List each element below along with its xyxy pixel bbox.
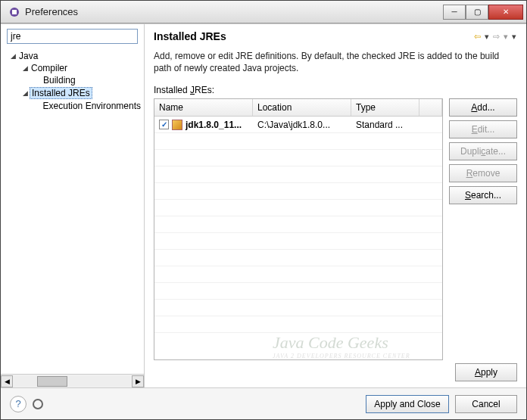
tree-item-execution-environments[interactable]: ◢Execution Environments — [2, 100, 142, 112]
cancel-button[interactable]: Cancel — [455, 395, 517, 413]
side-buttons: Add... Edit... Duplicate... Remove Searc… — [449, 98, 517, 360]
svg-rect-1 — [12, 10, 17, 14]
search-wrap — [1, 24, 144, 47]
table-header: Name Location Type — [154, 99, 442, 117]
footer-left: ? — [10, 396, 43, 412]
window-title: Preferences — [25, 6, 443, 17]
table-row[interactable]: ✓ jdk1.8.0_11... C:\Java\jdk1.8.0... Sta… — [154, 117, 442, 133]
apply-button[interactable]: Apply — [455, 363, 517, 381]
scroll-right-icon[interactable]: ▶ — [132, 375, 144, 387]
row-location: C:\Java\jdk1.8.0... — [253, 120, 351, 130]
footer: ? Apply and Close Cancel — [1, 387, 526, 419]
add-button[interactable]: Add... — [449, 98, 517, 117]
main-panel: Installed JREs ⇦ ▾ ⇨ ▾ ▾ Add, remove or … — [145, 24, 526, 387]
preferences-window: Preferences ─ ▢ ✕ ◢Java ◢Compiler ◢Build… — [0, 0, 527, 420]
preferences-tree: ◢Java ◢Compiler ◢Building ◢Installed JRE… — [1, 47, 144, 374]
duplicate-button[interactable]: Duplicate... — [449, 142, 517, 160]
tree-item-building[interactable]: ◢Building — [2, 74, 142, 86]
scroll-thumb[interactable] — [37, 376, 67, 387]
titlebar: Preferences ─ ▢ ✕ — [1, 1, 526, 23]
tree-item-installed-jres[interactable]: ◢Installed JREs — [2, 86, 142, 100]
page-description: Add, remove or edit JRE definitions. By … — [154, 50, 517, 74]
dialog-body: ◢Java ◢Compiler ◢Building ◢Installed JRE… — [1, 23, 526, 387]
remove-button[interactable]: Remove — [449, 164, 517, 182]
jres-table: Name Location Type ✓ jdk1.8.0_11... — [154, 98, 443, 360]
close-button[interactable]: ✕ — [488, 5, 523, 20]
sidebar: ◢Java ◢Compiler ◢Building ◢Installed JRE… — [1, 24, 145, 387]
col-type[interactable]: Type — [351, 99, 419, 116]
minimize-button[interactable]: ─ — [443, 5, 466, 20]
maximize-button[interactable]: ▢ — [466, 5, 488, 20]
row-type: Standard ... — [351, 120, 419, 130]
nav-forward-menu-icon[interactable]: ▾ — [503, 32, 509, 42]
apply-and-close-button[interactable]: Apply and Close — [366, 395, 449, 413]
nav-forward-icon[interactable]: ⇨ — [492, 32, 500, 42]
table-area: Name Location Type ✓ jdk1.8.0_11... — [154, 98, 517, 360]
search-input[interactable] — [7, 29, 138, 44]
main-header: Installed JREs ⇦ ▾ ⇨ ▾ ▾ — [154, 30, 517, 42]
apply-row: Apply — [154, 360, 517, 383]
page-title: Installed JREs — [154, 30, 473, 42]
section-label: Installed JREs: — [154, 85, 517, 95]
table-body: ✓ jdk1.8.0_11... C:\Java\jdk1.8.0... Sta… — [154, 117, 442, 359]
col-name[interactable]: Name — [154, 99, 253, 116]
scroll-left-icon[interactable]: ◀ — [1, 375, 13, 387]
edit-button[interactable]: Edit... — [449, 120, 517, 138]
col-location[interactable]: Location — [253, 99, 351, 116]
tree-item-java[interactable]: ◢Java — [2, 50, 142, 62]
footer-buttons: Apply and Close Cancel — [366, 395, 517, 413]
tree-item-compiler[interactable]: ◢Compiler — [2, 62, 142, 74]
search-button[interactable]: Search... — [449, 186, 517, 204]
help-icon[interactable]: ? — [10, 396, 27, 412]
record-icon[interactable] — [33, 399, 43, 409]
jdk-icon — [172, 120, 182, 130]
nav-back-menu-icon[interactable]: ▾ — [484, 32, 490, 42]
nav-back-icon[interactable]: ⇦ — [473, 32, 482, 42]
window-controls: ─ ▢ ✕ — [443, 5, 523, 20]
nav-icons: ⇦ ▾ ⇨ ▾ ▾ — [473, 32, 517, 42]
col-empty — [419, 99, 442, 116]
row-checkbox[interactable]: ✓ — [159, 120, 169, 129]
row-name: jdk1.8.0_11... — [186, 120, 242, 130]
window-icon — [8, 6, 20, 18]
empty-rows — [154, 133, 442, 333]
sidebar-h-scrollbar[interactable]: ◀ ▶ — [1, 374, 144, 387]
nav-menu-icon[interactable]: ▾ — [511, 32, 517, 42]
scroll-track[interactable] — [14, 376, 130, 387]
